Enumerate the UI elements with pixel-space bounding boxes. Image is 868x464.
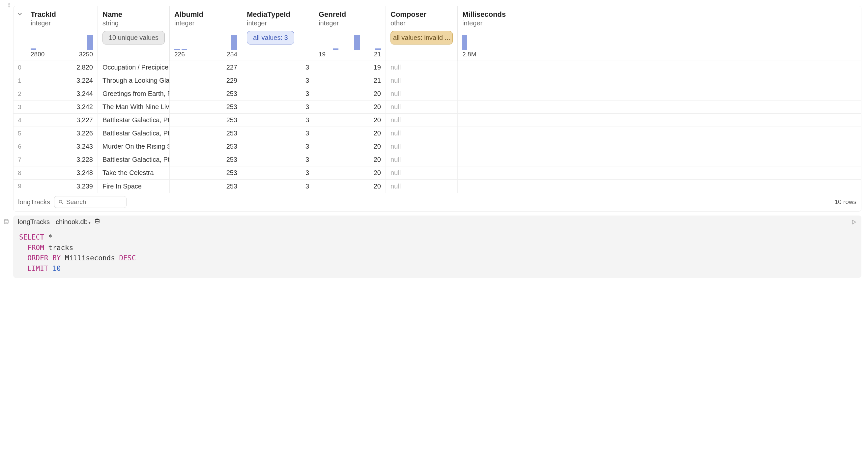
cell-trackid[interactable]: 3,242 xyxy=(26,100,98,113)
search-input-container[interactable] xyxy=(54,196,127,208)
cell-milliseconds[interactable] xyxy=(458,180,490,193)
cell-trackid[interactable]: 3,239 xyxy=(26,180,98,193)
cell-genreid[interactable]: 21 xyxy=(314,74,386,87)
cell-milliseconds[interactable] xyxy=(458,61,490,74)
histogram[interactable] xyxy=(31,35,93,50)
table-row[interactable]: 23,244Greetings from Earth, P253320null xyxy=(13,87,861,100)
cell-trackid[interactable]: 2,820 xyxy=(26,61,98,74)
cell-genreid[interactable]: 20 xyxy=(314,127,386,140)
cell-milliseconds[interactable] xyxy=(458,166,490,179)
cell-albumid[interactable]: 253 xyxy=(170,180,242,193)
table-row[interactable]: 83,248Take the Celestra253320null xyxy=(13,166,861,180)
cell-name[interactable]: Fire In Space xyxy=(98,180,170,193)
column-header-albumid[interactable]: AlbumIdinteger226254 xyxy=(170,6,242,61)
cell-albumid[interactable]: 253 xyxy=(170,114,242,127)
cell-composer[interactable]: null xyxy=(386,153,458,166)
cell-mediatypeid[interactable]: 3 xyxy=(242,114,314,127)
column-header-mediatypeid[interactable]: MediaTypeIdintegerall values: 3 xyxy=(242,6,314,61)
column-header-name[interactable]: Namestring10 unique values xyxy=(98,6,170,61)
cell-composer[interactable]: null xyxy=(386,87,458,100)
cell-name[interactable]: The Man With Nine Live xyxy=(98,100,170,113)
cell-milliseconds[interactable] xyxy=(458,153,490,166)
histogram[interactable] xyxy=(462,35,486,50)
histogram[interactable] xyxy=(174,35,237,50)
table-row[interactable]: 93,239Fire In Space253320null xyxy=(13,180,861,193)
cell-genreid[interactable]: 20 xyxy=(314,153,386,166)
column-header-composer[interactable]: Composerotherall values: invalid ... xyxy=(386,6,458,61)
table-row[interactable]: 02,820Occupation / Precipice227319null xyxy=(13,61,861,74)
cell-composer[interactable]: null xyxy=(386,100,458,113)
column-header-genreid[interactable]: GenreIdinteger1921 xyxy=(314,6,386,61)
table-row[interactable]: 63,243Murder On the Rising St253320null xyxy=(13,140,861,153)
cell-albumid[interactable]: 227 xyxy=(170,61,242,74)
cell-albumid[interactable]: 253 xyxy=(170,140,242,153)
summary-pill[interactable]: all values: 3 xyxy=(247,31,294,44)
cell-milliseconds[interactable] xyxy=(458,74,490,87)
cell-genreid[interactable]: 20 xyxy=(314,166,386,179)
cell-mediatypeid[interactable]: 3 xyxy=(242,140,314,153)
cell-composer[interactable]: null xyxy=(386,61,458,74)
cell-mediatypeid[interactable]: 3 xyxy=(242,166,314,179)
sql-code-editor[interactable]: SELECT * FROM tracks ORDER BY Millisecon… xyxy=(13,228,861,278)
cell-name[interactable]: Murder On the Rising St xyxy=(98,140,170,153)
cell-composer[interactable]: null xyxy=(386,180,458,193)
cell-mediatypeid[interactable]: 3 xyxy=(242,127,314,140)
cell-trackid[interactable]: 3,228 xyxy=(26,153,98,166)
cell-composer[interactable]: null xyxy=(386,166,458,179)
search-input[interactable] xyxy=(66,198,122,206)
cell-albumid[interactable]: 253 xyxy=(170,87,242,100)
cell-trackid[interactable]: 3,248 xyxy=(26,166,98,179)
table-row[interactable]: 43,227Battlestar Galactica, Pt.253320nul… xyxy=(13,114,861,127)
cell-milliseconds[interactable] xyxy=(458,100,490,113)
cell-albumid[interactable]: 253 xyxy=(170,153,242,166)
cell-composer[interactable]: null xyxy=(386,74,458,87)
cell-mediatypeid[interactable]: 3 xyxy=(242,87,314,100)
table-row[interactable]: 53,226Battlestar Galactica, Pt.253320nul… xyxy=(13,127,861,140)
cell-genreid[interactable]: 20 xyxy=(314,140,386,153)
cell-mediatypeid[interactable]: 3 xyxy=(242,100,314,113)
cell-albumid[interactable]: 253 xyxy=(170,166,242,179)
cell-composer[interactable]: null xyxy=(386,127,458,140)
cell-trackid[interactable]: 3,226 xyxy=(26,127,98,140)
cell-trackid[interactable]: 3,243 xyxy=(26,140,98,153)
summary-pill[interactable]: all values: invalid ... xyxy=(391,31,453,44)
cell-name[interactable]: Battlestar Galactica, Pt. xyxy=(98,127,170,140)
cell-albumid[interactable]: 253 xyxy=(170,100,242,113)
cell-name[interactable]: Battlestar Galactica, Pt. xyxy=(98,114,170,127)
column-header-trackid[interactable]: TrackIdinteger28003250 xyxy=(26,6,98,61)
cell-name[interactable]: Take the Celestra xyxy=(98,166,170,179)
cell-albumid[interactable]: 253 xyxy=(170,127,242,140)
cell-name[interactable]: Occupation / Precipice xyxy=(98,61,170,74)
cell-genreid[interactable]: 20 xyxy=(314,180,386,193)
cell-genreid[interactable]: 20 xyxy=(314,87,386,100)
histogram[interactable] xyxy=(319,35,381,50)
expand-toggle[interactable] xyxy=(13,6,26,61)
cell-milliseconds[interactable] xyxy=(458,140,490,153)
cell-mediatypeid[interactable]: 3 xyxy=(242,74,314,87)
cell-composer[interactable]: null xyxy=(386,140,458,153)
column-header-milliseconds[interactable]: Millisecondsinteger2.8M xyxy=(458,6,490,61)
cell-milliseconds[interactable] xyxy=(458,127,490,140)
cell-albumid[interactable]: 229 xyxy=(170,74,242,87)
cell-trackid[interactable]: 3,244 xyxy=(26,87,98,100)
cell-name[interactable]: Battlestar Galactica, Pt. xyxy=(98,153,170,166)
database-selector[interactable]: chinook.db ▾ xyxy=(56,218,100,226)
table-row[interactable]: 73,228Battlestar Galactica, Pt.253320nul… xyxy=(13,153,861,166)
cell-composer[interactable]: null xyxy=(386,114,458,127)
cell-milliseconds[interactable] xyxy=(458,87,490,100)
cell-genreid[interactable]: 19 xyxy=(314,61,386,74)
cell-mediatypeid[interactable]: 3 xyxy=(242,180,314,193)
cell-genreid[interactable]: 20 xyxy=(314,114,386,127)
table-row[interactable]: 13,224Through a Looking Glas229321null xyxy=(13,74,861,87)
cell-genreid[interactable]: 20 xyxy=(314,100,386,113)
run-icon[interactable] xyxy=(851,219,857,225)
cell-name[interactable]: Through a Looking Glas xyxy=(98,74,170,87)
gutter-collapse-icon[interactable]: ▴▾ xyxy=(8,1,10,8)
cell-trackid[interactable]: 3,227 xyxy=(26,114,98,127)
cell-milliseconds[interactable] xyxy=(458,114,490,127)
cell-trackid[interactable]: 3,224 xyxy=(26,74,98,87)
summary-pill[interactable]: 10 unique values xyxy=(102,31,165,44)
table-row[interactable]: 33,242The Man With Nine Live253320null xyxy=(13,100,861,114)
cell-mediatypeid[interactable]: 3 xyxy=(242,153,314,166)
cell-name[interactable]: Greetings from Earth, P xyxy=(98,87,170,100)
